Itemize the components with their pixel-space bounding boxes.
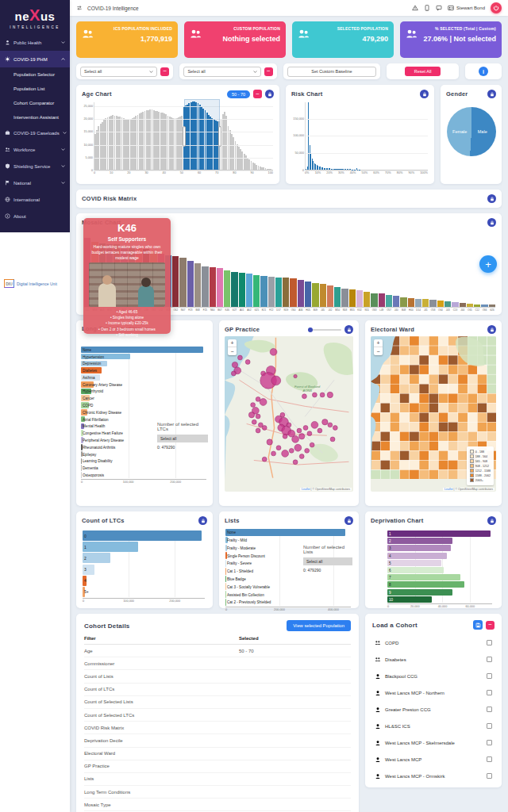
count-ltc-chart[interactable]: 012345+0100,000200,000 [83, 530, 205, 603]
gp-bubble[interactable] [260, 399, 267, 406]
ward-polygon[interactable] [380, 469, 390, 479]
ward-polygon[interactable] [390, 469, 399, 479]
ward-polygon[interactable] [429, 450, 438, 460]
ward-polygon[interactable] [390, 393, 399, 403]
bar-row-3[interactable]: 3 [83, 565, 205, 575]
bar-row-copd[interactable]: COPD [81, 402, 206, 408]
ward-polygon[interactable] [400, 393, 410, 403]
gp-bubble[interactable] [231, 371, 236, 376]
ward-polygon[interactable] [380, 422, 390, 431]
bar-row-7[interactable]: 7 [387, 574, 492, 580]
age-handle-right[interactable] [218, 126, 221, 147]
ward-polygon[interactable] [448, 374, 458, 384]
gp-zoom-slider[interactable] [310, 329, 341, 331]
bar-row-coronary-artery-disease[interactable]: Coronary Artery Disease [81, 381, 206, 388]
bar-row-frailty-mild[interactable]: Frailty - Mild [225, 537, 351, 544]
ward-polygon[interactable] [390, 431, 399, 441]
ward-polygon[interactable] [371, 460, 380, 469]
mosaic-bar[interactable] [298, 280, 304, 307]
ward-polygon[interactable] [400, 355, 410, 365]
ward-polygon[interactable] [429, 355, 438, 365]
bar-row-osteoporosis[interactable]: Osteoporosis [81, 472, 206, 478]
ward-polygon[interactable] [458, 374, 468, 384]
table-row[interactable]: Count of Lists [84, 670, 351, 683]
nexus-logo[interactable]: neXus INTELLIGENCE [0, 0, 70, 34]
ward-polygon[interactable] [448, 393, 458, 403]
ward-polygon[interactable] [468, 422, 477, 431]
ward-polygon[interactable] [439, 336, 448, 346]
gp-bubble[interactable] [256, 396, 260, 401]
gp-bubble[interactable] [292, 435, 299, 442]
bar-row-chronic-kidney-disease[interactable]: Chronic Kidney Disease [81, 409, 206, 416]
ward-polygon[interactable] [371, 450, 380, 460]
table-row[interactable]: Count of Selected LTCs [84, 708, 351, 721]
gp-bubble[interactable] [320, 393, 325, 397]
mosaic-bar[interactable] [179, 258, 186, 307]
mosaic-bar[interactable] [334, 287, 341, 307]
mosaic-bar[interactable] [268, 277, 275, 307]
gp-bubble[interactable] [267, 439, 272, 445]
mosaic-bar[interactable] [467, 304, 473, 307]
mosaic-bar[interactable] [290, 278, 296, 307]
sidebar-item-public-health[interactable]: Public Health [0, 34, 70, 51]
bar-row-asthma[interactable]: Asthma [81, 374, 206, 381]
gp-bubble[interactable] [256, 414, 260, 419]
ward-polygon[interactable] [410, 365, 419, 374]
ward-polygon[interactable] [419, 460, 429, 469]
bar-row-diabetes[interactable]: Diabetes [81, 367, 206, 373]
ward-polygon[interactable] [439, 393, 448, 403]
table-row[interactable]: Commissioner [84, 657, 351, 670]
ward-polygon[interactable] [410, 422, 419, 431]
ward-polygon[interactable] [380, 412, 390, 422]
gp-bubble[interactable] [333, 426, 337, 431]
gp-bubble[interactable] [310, 442, 314, 447]
ward-polygon[interactable] [448, 403, 458, 412]
device-icon[interactable] [424, 5, 430, 11]
ward-polygon[interactable] [487, 355, 496, 365]
ward-polygon[interactable] [390, 441, 399, 450]
sidebar-subitem-population-selector[interactable]: Population Selector [0, 67, 70, 82]
cohort-checkbox[interactable] [487, 640, 492, 645]
mosaic-bar[interactable] [379, 293, 385, 307]
ward-polygon[interactable] [429, 422, 438, 431]
mosaic-bar[interactable] [275, 278, 282, 307]
ward-polygon[interactable] [380, 374, 390, 384]
mosaic-bar[interactable] [422, 299, 429, 307]
ward-polygon[interactable] [419, 374, 429, 384]
lock-icon[interactable] [198, 516, 207, 525]
gender-pie-chart[interactable]: FemaleMale [447, 107, 496, 156]
bar-row-cat-2-previously-shielded[interactable]: Cat 2 - Previously Shielded [225, 599, 351, 606]
ward-polygon[interactable] [477, 431, 487, 441]
mosaic-bar[interactable] [231, 272, 237, 307]
table-row[interactable]: Electoral Ward [84, 747, 351, 760]
gp-bubble[interactable] [262, 426, 267, 431]
table-row[interactable]: Long Term Conditions [84, 786, 351, 799]
ward-polygon[interactable] [487, 431, 496, 441]
gp-bubble[interactable] [302, 394, 306, 399]
ward-polygon[interactable] [439, 374, 448, 384]
ward-polygon[interactable] [419, 336, 429, 346]
table-row[interactable]: COVID Risk Matrix [84, 722, 351, 734]
ward-polygon[interactable] [380, 384, 390, 393]
ward-polygon[interactable] [400, 336, 410, 346]
ward-polygon[interactable] [390, 403, 399, 412]
ward-polygon[interactable] [400, 450, 410, 460]
gp-bubble[interactable] [303, 426, 308, 431]
mosaic-bar[interactable] [210, 267, 216, 307]
ward-polygon[interactable] [390, 365, 399, 374]
gp-bubble[interactable] [299, 454, 304, 459]
gp-bubble[interactable] [328, 423, 333, 427]
ward-polygon[interactable] [448, 469, 458, 479]
ward-polygon[interactable] [410, 336, 419, 346]
mosaic-bar[interactable] [474, 304, 480, 307]
mosaic-bar[interactable] [260, 276, 267, 307]
ward-polygon[interactable] [390, 384, 399, 393]
table-row[interactable]: Lists [84, 772, 351, 785]
ward-polygon[interactable] [477, 393, 487, 403]
mosaic-bar[interactable] [415, 299, 421, 307]
table-row[interactable]: GP Practice [84, 760, 351, 772]
ward-polygon[interactable] [448, 460, 458, 469]
lock-icon[interactable] [265, 90, 274, 98]
zoom-in-button[interactable]: + [228, 339, 237, 347]
bar-row-1[interactable]: 1 [387, 530, 492, 537]
